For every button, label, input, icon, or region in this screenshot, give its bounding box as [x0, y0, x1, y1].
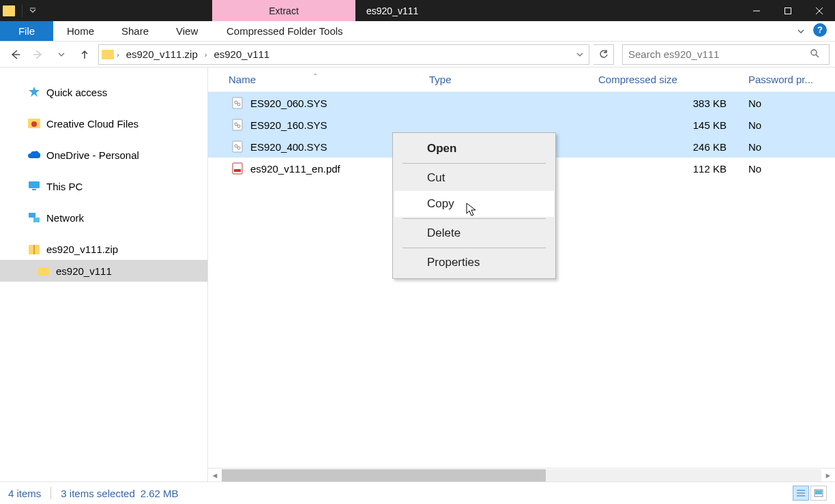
window-title: es920_v111 — [355, 0, 741, 21]
file-size-cell: 112 KB — [591, 163, 742, 175]
svg-point-7 — [811, 50, 817, 55]
nav-label: Quick access — [46, 87, 107, 98]
menu-cut[interactable]: Cut — [394, 165, 554, 191]
navigation-pane: Quick access Creative Cloud Files OneDri… — [0, 68, 208, 481]
file-tab[interactable]: File — [0, 21, 53, 41]
menu-label: Properties — [427, 256, 480, 269]
status-selection: 3 items selected — [61, 488, 134, 499]
help-button[interactable]: ? — [813, 23, 830, 40]
file-name: ES920_060.SYS — [250, 98, 327, 109]
window-title-text: es920_v111 — [366, 5, 418, 16]
column-label: Compressed size — [598, 74, 677, 85]
file-pw-cell: No — [742, 163, 835, 175]
cloud-icon — [27, 148, 41, 162]
scroll-right-icon[interactable]: ► — [821, 471, 835, 479]
qat-dropdown[interactable] — [27, 8, 39, 14]
svg-rect-13 — [29, 213, 35, 218]
forward-button[interactable] — [29, 45, 48, 64]
file-name: es920_v111_en.pdf — [250, 163, 340, 175]
address-dropdown[interactable] — [574, 51, 586, 58]
nav-label: This PC — [46, 181, 83, 192]
maximize-button[interactable] — [772, 0, 804, 21]
nav-quick-access[interactable]: Quick access — [0, 81, 207, 103]
tab-home[interactable]: Home — [53, 21, 108, 41]
status-bar: 4 items 3 items selected 2.62 MB — [0, 481, 835, 504]
nav-zip[interactable]: es920_v111.zip — [0, 238, 207, 260]
file-name-cell: es920_v111_en.pdf — [208, 162, 422, 175]
folder-icon — [102, 50, 114, 59]
file-name-cell: ES920_160.SYS — [208, 118, 422, 132]
search-box[interactable] — [622, 44, 830, 65]
folder-icon — [3, 5, 15, 16]
file-size-cell: 383 KB — [591, 98, 742, 109]
close-button[interactable] — [804, 0, 835, 21]
nav-zip-child[interactable]: es920_v111 — [0, 260, 207, 282]
pc-icon — [27, 179, 41, 193]
address-bar-row: › es920_v111.zip › es920_v111 — [0, 42, 835, 68]
menu-copy[interactable]: Copy — [394, 191, 554, 217]
menu-open[interactable]: Open — [394, 136, 554, 162]
up-button[interactable] — [75, 45, 94, 64]
file-icon — [231, 140, 244, 153]
file-size-cell: 145 KB — [591, 119, 742, 131]
nav-onedrive[interactable]: OneDrive - Personal — [0, 144, 207, 166]
minimize-button[interactable] — [741, 0, 772, 21]
svg-line-8 — [816, 55, 819, 57]
menu-label: Open — [427, 142, 456, 155]
file-pw-cell: No — [742, 98, 835, 109]
svg-rect-33 — [815, 490, 822, 494]
column-label: Name — [229, 74, 256, 85]
tab-label: View — [176, 25, 198, 37]
tab-compressed-tools[interactable]: Compressed Folder Tools — [213, 21, 356, 41]
status-item-count: 4 items — [8, 488, 41, 499]
file-icon — [231, 162, 244, 175]
scroll-thumb[interactable] — [222, 469, 546, 481]
tab-view[interactable]: View — [162, 21, 211, 41]
separator — [402, 163, 546, 164]
svg-rect-16 — [33, 245, 35, 254]
file-pw-cell: No — [742, 141, 835, 153]
details-view-button[interactable] — [793, 486, 809, 501]
chevron-right-icon[interactable]: › — [117, 50, 119, 59]
sort-indicator-icon: ⌃ — [312, 72, 318, 80]
contextual-tab-label: Extract — [269, 5, 299, 16]
scroll-left-icon[interactable]: ◄ — [208, 471, 222, 479]
file-icon — [231, 118, 244, 132]
menu-label: Cut — [427, 171, 445, 185]
horizontal-scrollbar[interactable]: ◄ ► — [208, 468, 835, 481]
column-password[interactable]: Password pr... — [742, 74, 835, 85]
address-bar[interactable]: › es920_v111.zip › es920_v111 — [98, 44, 589, 65]
breadcrumb[interactable]: es920_v111 — [209, 48, 274, 60]
ribbon-collapse[interactable] — [789, 21, 813, 41]
file-tab-label: File — [18, 25, 35, 37]
tab-label: Compressed Folder Tools — [226, 25, 343, 37]
scroll-track[interactable] — [222, 469, 821, 481]
file-icon — [231, 96, 244, 110]
column-label: Password pr... — [748, 74, 813, 85]
refresh-button[interactable] — [594, 44, 614, 65]
nav-network[interactable]: Network — [0, 207, 207, 228]
search-input[interactable] — [628, 48, 810, 60]
window-controls — [741, 0, 835, 21]
contextual-tab-header: Extract — [212, 0, 355, 21]
nav-label: OneDrive - Personal — [46, 149, 139, 161]
zip-icon — [27, 242, 41, 256]
nav-label: Network — [46, 212, 84, 224]
file-name-cell: ES920_400.SYS — [208, 140, 422, 153]
nav-this-pc[interactable]: This PC — [0, 175, 207, 197]
tab-share[interactable]: Share — [108, 21, 162, 41]
nav-creative-cloud[interactable]: Creative Cloud Files — [0, 113, 207, 134]
chevron-right-icon[interactable]: › — [205, 50, 207, 59]
menu-properties[interactable]: Properties — [394, 250, 554, 276]
breadcrumb[interactable]: es920_v111.zip — [122, 48, 202, 60]
file-pw-cell: No — [742, 119, 835, 131]
column-type[interactable]: Type — [422, 74, 591, 85]
recent-dropdown[interactable] — [52, 45, 71, 64]
file-row[interactable]: ES920_060.SYS383 KBNo — [208, 92, 835, 114]
column-name[interactable]: ⌃ Name — [208, 74, 422, 85]
menu-delete[interactable]: Delete — [394, 220, 554, 246]
back-button[interactable] — [5, 45, 25, 64]
column-size[interactable]: Compressed size — [591, 74, 742, 85]
search-icon[interactable] — [810, 48, 823, 61]
thumbnails-view-button[interactable] — [810, 486, 827, 501]
